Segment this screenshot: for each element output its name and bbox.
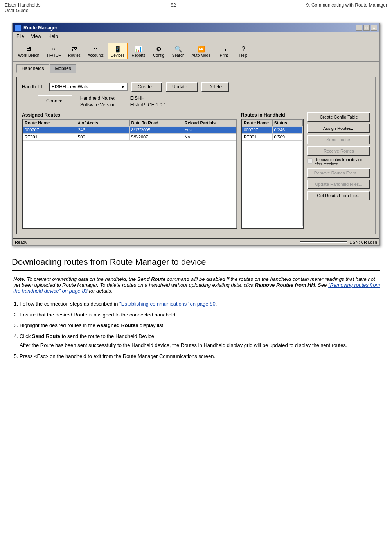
toolbar-help-label: Help <box>239 53 248 58</box>
status-text: Ready <box>15 240 62 244</box>
step3-text-before: Highlight the desired routes in the <box>20 322 97 328</box>
toolbar-workbench-label: Work Bench <box>18 53 39 58</box>
note-intro: Note: To prevent overwriting data on the… <box>13 276 137 282</box>
note-mid2: . See <box>315 282 328 288</box>
table-row[interactable]: RT001 509 5/8/2007 No <box>23 133 236 140</box>
minimize-button[interactable]: _ <box>356 25 362 31</box>
toolbar-tiftof[interactable]: ↔ TIF/TOF <box>43 43 64 59</box>
toolbar-search-label: Search <box>172 53 185 58</box>
remove-routes-hh-button[interactable]: Remove Routes From HH <box>307 168 370 178</box>
handheld-select[interactable]: EISHH - evoWalk ▼ <box>49 83 128 91</box>
software-version-value: ElsterPI CE 1.0.1 <box>130 102 166 108</box>
toolbar-help[interactable]: ? Help <box>234 43 253 59</box>
delete-button[interactable]: Delete <box>201 82 229 92</box>
remove-checkbox[interactable] <box>307 158 313 164</box>
tab-handhelds[interactable]: Handhelds <box>16 64 49 73</box>
search-icon: 🔍 <box>174 45 183 53</box>
dropdown-arrow: ▼ <box>120 84 125 90</box>
col-rh-status: Status <box>272 120 303 126</box>
close-button[interactable]: ✕ <box>371 25 377 31</box>
step2-text: Ensure that the desired Route is assigne… <box>20 312 177 318</box>
toolbar-tiftof-label: TIF/TOF <box>46 53 61 58</box>
get-reads-button[interactable]: Get Reads From File... <box>307 191 370 200</box>
assigned-routes-panel: Assigned Routes Route Name # of Accts Da… <box>22 112 237 229</box>
cell-route-name: 000707 <box>23 127 76 133</box>
buttons-panel: Create Config Table Assign Routes... Sen… <box>307 112 370 229</box>
cell-rh-name: RT001 <box>242 134 273 140</box>
menu-file[interactable]: File <box>15 33 25 40</box>
note-end: for details. <box>88 288 113 294</box>
connect-btn-wrap: Connect <box>22 95 72 106</box>
col-route-name: Route Name <box>23 120 76 126</box>
status-bar: Ready DSN: VRT.dsn <box>13 238 379 245</box>
menu-view[interactable]: View <box>29 33 43 40</box>
step1-text-after: . <box>216 301 217 307</box>
toolbar-search[interactable]: 🔍 Search <box>169 43 188 59</box>
table-row-empty <box>23 140 236 226</box>
list-item: Follow the connection steps as described… <box>20 300 380 308</box>
software-version-label: Software Version: <box>80 102 127 108</box>
toolbar-reports[interactable]: 📊 Reports <box>129 43 149 59</box>
table-row-empty <box>242 140 303 226</box>
create-config-button[interactable]: Create Config Table <box>307 112 370 122</box>
content-area: Handheld EISHH - evoWalk ▼ Create... Upd… <box>13 73 379 238</box>
col-reload: Reload Partials <box>183 120 236 126</box>
col-rh-name: Route Name <box>242 120 273 126</box>
title-controls: _ □ ✕ <box>356 25 377 31</box>
update-button[interactable]: Update... <box>166 82 198 92</box>
window-icon <box>15 25 21 31</box>
cell-reload: Yes <box>183 127 236 133</box>
step4-bold: Send Route <box>32 333 60 339</box>
cell-rh-name: 000707 <box>242 127 273 133</box>
table-row[interactable]: RT001 0/509 <box>242 133 303 140</box>
assigned-routes-table: Route Name # of Accts Date To Read Reloa… <box>22 119 237 229</box>
toolbar-config[interactable]: ⚙ Config <box>149 43 168 59</box>
col-accts: # of Accts <box>76 120 129 126</box>
step3-bold: Assigned Routes <box>97 322 138 328</box>
menu-help[interactable]: Help <box>47 33 59 40</box>
accounts-icon: 🖨 <box>91 45 100 53</box>
route-manager-window: Route Manager _ □ ✕ File View Help 🖥 Wor… <box>12 23 380 246</box>
cell-date: 8/17/2005 <box>129 127 183 133</box>
tab-mobiles[interactable]: Mobiles <box>50 64 76 73</box>
handheld-label: Handheld <box>22 84 45 90</box>
table-row[interactable]: 000707 0/246 <box>242 126 303 133</box>
send-routes-button[interactable]: Send Routes <box>307 135 370 144</box>
toolbar-automode[interactable]: ⏩ Auto Mode <box>189 43 214 59</box>
tiftof-icon: ↔ <box>49 45 58 53</box>
cell-route-name: RT001 <box>23 134 76 140</box>
list-item: Press <Esc> on the handheld to exit from… <box>20 352 380 360</box>
toolbar-accounts[interactable]: 🖨 Accounts <box>85 43 107 59</box>
title-bar: Route Manager _ □ ✕ <box>13 23 379 32</box>
toolbar-routes[interactable]: 🗺 Routes <box>65 43 84 59</box>
assign-routes-button[interactable]: Assign Routes... <box>307 124 370 133</box>
update-handheld-button[interactable]: Update Handheld Files... <box>307 180 370 189</box>
section-title: Downloading routes from Route Manager to… <box>12 257 380 267</box>
toolbar-devices-label: Devices <box>111 53 125 58</box>
step1-link[interactable]: "Establishing communications" on page 80 <box>119 301 216 307</box>
cell-accts: 246 <box>76 127 129 133</box>
doc-page-num: 82 <box>171 2 176 13</box>
toolbar-routes-label: Routes <box>68 53 81 58</box>
table-row[interactable]: 000707 246 8/17/2005 Yes <box>23 126 236 133</box>
devices-icon: 📱 <box>113 45 122 53</box>
handheld-name-row: Handheld Name: EISHH <box>80 95 166 101</box>
note-box: Note: To prevent overwriting data on the… <box>12 276 380 294</box>
cell-rh-status: 0/246 <box>272 127 303 133</box>
create-button[interactable]: Create... <box>131 82 162 92</box>
tab-area: Handhelds Mobiles <box>13 62 379 73</box>
remove-checkbox-label: Remove routes from device after received… <box>315 158 370 166</box>
maximize-button[interactable]: □ <box>363 25 370 31</box>
receive-routes-button[interactable]: Receive Routes <box>307 146 370 156</box>
toolbar-print[interactable]: 🖨 Print <box>214 43 233 59</box>
automode-icon: ⏩ <box>196 45 206 53</box>
doc-body: Downloading routes from Route Manager to… <box>0 257 392 379</box>
toolbar-workbench[interactable]: 🖥 Work Bench <box>15 43 42 59</box>
cell-rh-status: 0/509 <box>272 134 303 140</box>
remove-checkbox-row: Remove routes from device after received… <box>307 158 370 166</box>
workbench-icon: 🖥 <box>24 45 33 53</box>
connect-button[interactable]: Connect <box>38 95 72 106</box>
assigned-routes-label: Assigned Routes <box>22 112 237 118</box>
toolbar-config-label: Config <box>153 53 164 58</box>
toolbar-devices[interactable]: 📱 Devices <box>108 43 128 59</box>
